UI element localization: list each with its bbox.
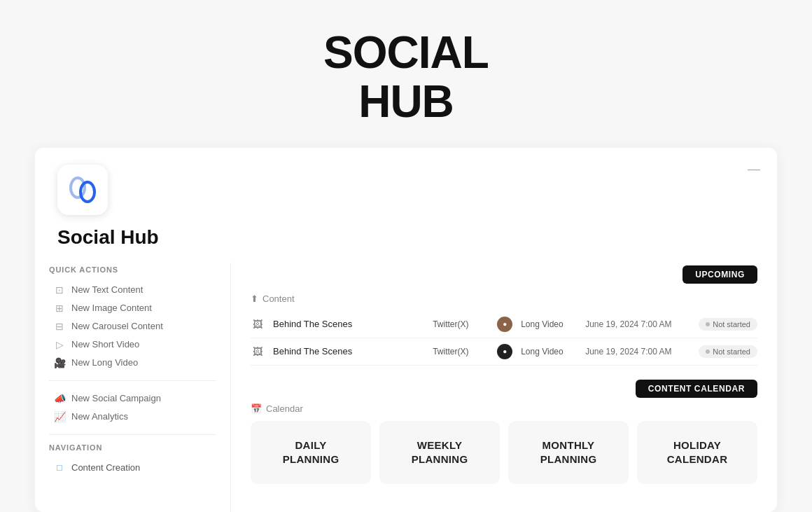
main-content-area: UPCOMING ⬆ Content 🖼 Behind The Scenes T… [231, 263, 777, 512]
row-date-2: June 19, 2024 7:00 AM [585, 347, 690, 357]
row-date-1: June 19, 2024 7:00 AM [585, 319, 690, 329]
sidebar-divider-2 [49, 434, 216, 435]
row-status-1: Not started [699, 318, 757, 331]
long-video-icon: 🎥 [53, 357, 66, 368]
status-dot-1 [706, 322, 710, 326]
calendar-card-daily-label: DAILYPLANNING [283, 438, 340, 466]
row-media-icon-2: 🖼 [251, 346, 265, 357]
analytics-icon: 📈 [53, 411, 66, 422]
calendar-icon: 📅 [251, 403, 262, 414]
calendar-card-monthly[interactable]: MONTHLYPLANNING [508, 421, 629, 484]
calendar-cards: DAILYPLANNING WEEKLYPLANNING MONTHLYPLAN… [251, 421, 757, 484]
row-platform-2: Twitter(X) [433, 347, 489, 357]
calendar-label-row: 📅 Calendar [251, 403, 757, 414]
upcoming-header: UPCOMING [251, 265, 757, 284]
action-new-social-campaign[interactable]: 📣 New Social Campaign [49, 389, 216, 408]
row-avatar-2: ● [497, 344, 512, 359]
action-new-short-video[interactable]: ▷ New Short Video [49, 335, 216, 354]
sidebar: QUICK ACTIONS ⊡ New Text Content ⊞ New I… [35, 263, 231, 512]
nav-content-creation[interactable]: □ Content Creation [49, 459, 216, 476]
row-platform-1: Twitter(X) [433, 319, 489, 329]
calendar-section: CONTENT CALENDAR 📅 Calendar DAILYPLANNIN… [251, 380, 757, 484]
content-section-label: Content [262, 293, 295, 304]
action-label: New Text Content [71, 284, 143, 295]
action-label: New Analytics [71, 411, 128, 422]
row-title-2: Behind The Scenes [273, 346, 424, 357]
text-content-icon: ⊡ [53, 284, 66, 296]
page-title: Social Hub [35, 215, 777, 249]
calendar-card-weekly-label: WEEKLYPLANNING [412, 438, 468, 466]
nav-label: Content Creation [71, 462, 140, 473]
content-section-header: ⬆ Content [251, 289, 757, 308]
action-label: New Image Content [71, 303, 152, 313]
content-calendar-button[interactable]: CONTENT CALENDAR [636, 380, 757, 398]
row-type-1: Long Video [521, 319, 577, 329]
action-new-text-content[interactable]: ⊡ New Text Content [49, 281, 216, 299]
main-panel: Social Hub — QUICK ACTIONS ⊡ New Text Co… [35, 148, 777, 512]
short-video-icon: ▷ [53, 339, 66, 350]
action-new-image-content[interactable]: ⊞ New Image Content [49, 299, 216, 317]
minimize-button[interactable]: — [748, 162, 760, 177]
row-type-2: Long Video [521, 347, 577, 357]
image-content-icon: ⊞ [53, 303, 66, 314]
upcoming-button[interactable]: UPCOMING [682, 265, 757, 284]
action-new-long-video[interactable]: 🎥 New Long Video [49, 354, 216, 372]
action-label: New Social Campaign [71, 393, 161, 403]
quick-actions-label: QUICK ACTIONS [49, 265, 216, 274]
action-label: New Short Video [71, 339, 139, 350]
action-label: New Carousel Content [71, 321, 163, 331]
row-media-icon-1: 🖼 [251, 319, 265, 330]
action-new-carousel-content[interactable]: ⊟ New Carousel Content [49, 317, 216, 335]
logo-area [35, 148, 777, 215]
content-row-1[interactable]: 🖼 Behind The Scenes Twitter(X) ● Long Vi… [251, 311, 757, 338]
status-dot-2 [706, 350, 710, 354]
calendar-header-row: CONTENT CALENDAR [251, 380, 757, 398]
row-avatar-1: ● [497, 317, 512, 332]
navigation-label: NAVIGATION [49, 443, 216, 452]
row-title-1: Behind The Scenes [273, 319, 424, 329]
calendar-card-monthly-label: MONTHLYPLANNING [540, 438, 597, 466]
calendar-label: Calendar [266, 403, 303, 414]
calendar-card-holiday-label: HOLIDAYCALENDAR [667, 438, 728, 466]
row-status-2: Not started [699, 345, 757, 358]
action-new-analytics[interactable]: 📈 New Analytics [49, 408, 216, 426]
content-section-icon: ⬆ [251, 293, 258, 304]
calendar-card-holiday[interactable]: HOLIDAYCALENDAR [637, 421, 757, 484]
body-layout: QUICK ACTIONS ⊡ New Text Content ⊞ New I… [35, 263, 777, 512]
calendar-card-weekly[interactable]: WEEKLYPLANNING [379, 421, 500, 484]
content-creation-icon: □ [53, 462, 66, 473]
social-campaign-icon: 📣 [53, 393, 66, 404]
status-label-2: Not started [713, 347, 750, 356]
status-label-1: Not started [713, 320, 750, 328]
content-row-2[interactable]: 🖼 Behind The Scenes Twitter(X) ● Long Vi… [251, 338, 757, 366]
carousel-content-icon: ⊟ [53, 321, 66, 332]
logo-box [57, 165, 108, 215]
action-label: New Long Video [71, 357, 138, 368]
sidebar-divider [49, 380, 216, 381]
app-title: SOCIAL HUB [0, 0, 812, 148]
calendar-card-daily[interactable]: DAILYPLANNING [251, 421, 371, 484]
